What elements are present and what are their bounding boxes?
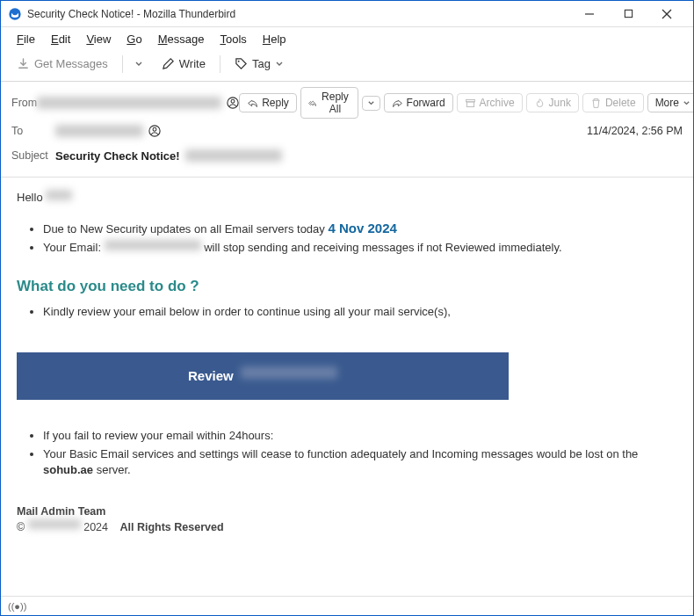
archive-button[interactable]: Archive	[457, 93, 523, 112]
forward-icon	[392, 98, 403, 109]
svg-point-7	[231, 99, 235, 103]
action-bar: Reply Reply All Forward Archive Junk Del…	[239, 87, 694, 119]
delete-button[interactable]: Delete	[582, 93, 644, 112]
download-icon	[17, 57, 30, 70]
sig-year: 2024	[83, 521, 108, 533]
archive-label: Archive	[480, 97, 515, 109]
review-target-redacted: x	[241, 366, 337, 379]
message-body: Hello x Due to New Security updates on a…	[1, 178, 693, 616]
forward-label: Forward	[407, 97, 445, 109]
statusbar: ((●))	[1, 596, 693, 615]
menu-tools[interactable]: Tools	[213, 30, 253, 48]
message-headers: From redacted Reply Reply All Forward Ar…	[1, 82, 693, 178]
separator	[122, 55, 123, 73]
bullet2-suffix: will stop sending and receiving messages…	[204, 241, 561, 254]
chevron-down-icon	[275, 60, 284, 69]
bullet-your-email: Your Email: x will stop sending and rece…	[43, 240, 677, 257]
toolbar: Get Messages Write Tag	[1, 50, 693, 82]
bullet1-text: Due to New Security updates on all Email…	[43, 222, 328, 236]
window-title: Security Check Notice! - Mozilla Thunder…	[27, 8, 570, 20]
review-label: Review	[188, 368, 234, 383]
contact-icon[interactable]	[148, 125, 161, 137]
svg-rect-9	[466, 101, 474, 106]
subject-value: Security Check Notice!	[55, 149, 180, 163]
get-messages-button[interactable]: Get Messages	[10, 54, 115, 74]
hello-text: Hello	[17, 191, 43, 204]
reply-all-dropdown[interactable]	[362, 96, 380, 111]
section-heading: What do you need to do ?	[17, 276, 677, 298]
menu-message[interactable]: Message	[151, 30, 212, 48]
get-messages-label: Get Messages	[34, 57, 108, 70]
trash-icon	[590, 98, 602, 109]
email-redacted: x	[105, 240, 201, 250]
activity-icon: ((●))	[8, 601, 26, 612]
reply-all-icon	[308, 98, 317, 109]
from-label: From	[11, 97, 37, 109]
from-value-redacted: redacted	[37, 97, 221, 109]
bullet2-prefix: Your Email:	[43, 241, 105, 254]
svg-rect-2	[625, 10, 632, 17]
chevron-down-icon	[134, 60, 143, 69]
sig-company-redacted: x	[28, 519, 81, 529]
recipient-name-redacted: x	[46, 190, 72, 200]
menu-go[interactable]: Go	[119, 30, 148, 48]
to-value-redacted: redacted	[55, 125, 143, 137]
contact-icon[interactable]	[227, 97, 239, 109]
fail2-prefix: Your Basic Email services and settings w…	[43, 447, 638, 460]
junk-button[interactable]: Junk	[526, 93, 579, 112]
menu-file[interactable]: File	[10, 30, 42, 48]
reply-button[interactable]: Reply	[239, 93, 297, 112]
pencil-icon	[162, 57, 175, 70]
svg-point-11	[153, 127, 156, 131]
delete-label: Delete	[605, 97, 636, 109]
fail2-suffix: server.	[93, 463, 131, 476]
write-label: Write	[179, 57, 206, 70]
write-button[interactable]: Write	[155, 54, 213, 74]
reply-all-label: Reply All	[320, 91, 350, 115]
svg-point-5	[238, 61, 240, 62]
tag-button[interactable]: Tag	[228, 54, 291, 74]
reply-all-button[interactable]: Reply All	[300, 87, 358, 119]
get-messages-dropdown[interactable]	[130, 56, 148, 72]
more-label: More	[655, 97, 679, 109]
tag-icon	[235, 57, 248, 70]
message-date: 11/4/2024, 2:56 PM	[587, 125, 683, 137]
bullet-kindly-review: Kindly review your email below in order …	[43, 304, 677, 321]
close-button[interactable]	[647, 2, 686, 26]
chevron-down-icon	[367, 99, 375, 107]
archive-icon	[465, 98, 476, 109]
review-button[interactable]: Review x	[17, 352, 509, 400]
separator	[220, 55, 220, 73]
bullet-fail-warning: If you fail to review your email within …	[43, 428, 677, 445]
app-icon	[8, 7, 22, 21]
svg-point-0	[9, 8, 20, 19]
menu-view[interactable]: View	[79, 30, 118, 48]
to-label: To	[11, 125, 55, 137]
more-button[interactable]: More	[647, 93, 694, 112]
maximize-button[interactable]	[609, 2, 647, 26]
reply-icon	[247, 98, 258, 109]
tag-label: Tag	[252, 57, 271, 70]
flame-icon	[534, 98, 546, 109]
reply-label: Reply	[262, 97, 289, 109]
subject-extra-redacted: x	[185, 149, 282, 162]
greeting: Hello x	[17, 190, 677, 207]
forward-button[interactable]: Forward	[384, 93, 453, 112]
sig-rights: All Rights Reserved	[119, 521, 223, 533]
highlight-date: 4 Nov 2024	[328, 221, 396, 236]
subject-label: Subject	[11, 149, 55, 162]
junk-label: Junk	[549, 97, 571, 109]
menu-edit[interactable]: Edit	[44, 30, 77, 48]
bullet-fail-detail: Your Basic Email services and settings w…	[43, 446, 677, 480]
sig-team: Mail Admin Team	[17, 504, 677, 519]
bullet-security-update: Due to New Security updates on all Email…	[43, 219, 677, 238]
chevron-down-icon	[683, 99, 690, 107]
sig-copyright-symbol: ©	[17, 521, 25, 533]
signature: Mail Admin Team © x 2024 All Rights Rese…	[17, 504, 677, 535]
server-name: sohub.ae	[43, 463, 93, 476]
minimize-button[interactable]	[570, 2, 609, 26]
titlebar: Security Check Notice! - Mozilla Thunder…	[1, 1, 693, 27]
menubar: File Edit View Go Message Tools Help	[1, 27, 693, 50]
menu-help[interactable]: Help	[256, 30, 293, 48]
